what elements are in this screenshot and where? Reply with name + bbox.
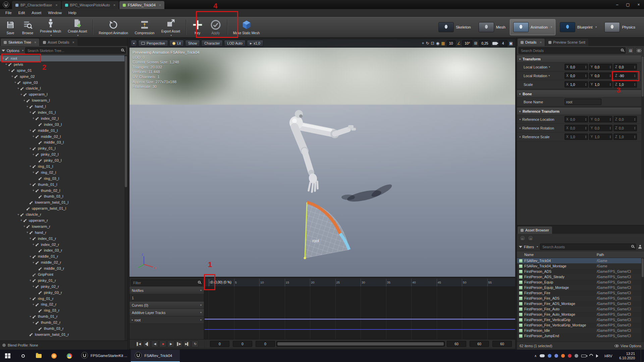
dropdown-caret-icon[interactable]: ▾ xyxy=(548,74,550,77)
expander-icon[interactable]: ▾ xyxy=(25,231,29,234)
maximize-viewport-icon[interactable]: ▣ xyxy=(509,41,513,46)
spinner-arrows[interactable]: ▴▾ xyxy=(610,65,611,68)
menu-window[interactable]: Window xyxy=(45,10,65,16)
expander-icon[interactable]: ▾ xyxy=(32,153,35,156)
spin-down-icon[interactable]: ▾ xyxy=(634,137,635,139)
taskbar-app-fpsgamestarterkit[interactable]: FPSGameStarterKit ... xyxy=(77,350,131,362)
spin-down-icon[interactable]: ▾ xyxy=(610,67,611,69)
timeline-row-root[interactable]: ▸root▾ xyxy=(129,316,204,324)
asset-row-firstperson-jumpend[interactable]: FirstPerson_JumpEnd/Game/FPS_Game/Cl xyxy=(517,333,644,339)
browse-button[interactable]: Browse xyxy=(19,17,37,37)
timeline-track-area[interactable] xyxy=(205,287,515,339)
spin-down-icon[interactable]: ▾ xyxy=(610,137,611,139)
toggle-loop-button[interactable]: ↻ xyxy=(192,341,199,347)
go-to-end-button[interactable]: ▶▌ xyxy=(183,341,191,347)
bone-row-index-03-r[interactable]: index_03_r xyxy=(0,248,124,254)
skeleton-search-input[interactable] xyxy=(25,47,126,54)
close-icon[interactable]: × xyxy=(34,40,36,44)
timeline-range-value[interactable]: 0 xyxy=(256,341,275,347)
spin-down-icon[interactable]: ▾ xyxy=(585,128,586,130)
panel-tab-asset-details[interactable]: Asset Details× xyxy=(40,39,77,46)
editor-tab-bp-characterbase[interactable]: BP_CharacterBase× xyxy=(12,1,61,9)
expander-icon[interactable]: ▸ xyxy=(520,135,521,138)
spin-down-icon[interactable]: ▾ xyxy=(634,76,635,77)
asset-row-firstperson-equip[interactable]: FirstPerson_Equip/Game/FPS_Game/Cl xyxy=(517,279,644,285)
details-tab-details[interactable]: Details× xyxy=(518,39,545,46)
mode-mesh-button[interactable]: Mesh xyxy=(475,19,509,35)
property-matrix-icon[interactable]: ▤ xyxy=(627,47,634,54)
menu-edit[interactable]: Edit xyxy=(15,10,29,16)
viewport-3d[interactable]: root z x ▾PerspectiveLitShowCharacterLOD… xyxy=(129,39,516,277)
tray-app-icon-red[interactable] xyxy=(568,354,572,358)
asset-row-firstperson-fire-verticalgrip[interactable]: FirstPerson_Fire_VerticalGrip/Game/FPS_G… xyxy=(517,317,644,322)
bone-row-middle-03-r[interactable]: middle_03_r xyxy=(0,265,124,271)
asset-row-fsarev-trick04[interactable]: FSARev_Trick04/Game xyxy=(517,258,644,263)
taskbar-app-fsarev-trick04[interactable]: FSARev_Trick04 xyxy=(131,350,180,362)
expander-icon[interactable]: ▾ xyxy=(22,225,26,228)
saved-searches-icon[interactable] xyxy=(638,245,642,249)
asset-row-firstperson-ads[interactable]: FirstPerson_ADS/Game/FPS_Game/Cl xyxy=(517,269,644,274)
expander-icon[interactable]: ▾ xyxy=(29,315,32,318)
mode-physics-button[interactable]: Physics xyxy=(601,19,639,35)
spinner-arrows[interactable]: ▴▾ xyxy=(634,135,635,138)
bone-row-pinky-01-l[interactable]: ▾pinky_01_l xyxy=(0,145,124,151)
spinner-arrows[interactable]: ▴▾ xyxy=(585,118,586,121)
expander-icon[interactable]: ▾ xyxy=(29,111,32,114)
bone-row-pinky-01-r[interactable]: ▾pinky_01_r xyxy=(0,277,124,283)
hidden-icons-chevron[interactable]: ∧ xyxy=(534,354,537,358)
dropdown-caret-icon[interactable]: ▾ xyxy=(200,318,202,321)
reference-transform-section-header[interactable]: ▾ Reference Transform xyxy=(517,108,644,115)
rotation-snap-value[interactable]: 10° xyxy=(462,40,472,46)
path-column-header[interactable]: Path xyxy=(597,253,644,257)
name-column-header[interactable]: Name xyxy=(517,253,597,257)
expander-icon[interactable]: ▾ xyxy=(32,117,35,120)
z-value-field[interactable]: Z1,0▴▾ xyxy=(613,81,637,88)
bone-row-clavicle-l[interactable]: ▾clavicle_l xyxy=(0,85,124,91)
onedrive-icon[interactable] xyxy=(540,354,545,357)
bone-row-middle-01-r[interactable]: ▾middle_01_r xyxy=(0,253,124,259)
bone-row-ring-03-l[interactable]: ring_03_l xyxy=(0,175,124,182)
dropdown-caret-icon[interactable]: ▾ xyxy=(200,304,202,307)
spin-down-icon[interactable]: ▾ xyxy=(585,119,586,121)
bone-row-lowerarm-r[interactable]: ▾lowerarm_r xyxy=(0,223,124,229)
bone-row-pelvis[interactable]: ▾pelvis xyxy=(0,61,124,67)
panel-tab-skeleton-tree[interactable]: Skeleton Tree× xyxy=(1,39,39,46)
expander-icon[interactable]: ▾ xyxy=(1,57,5,60)
scrollbar-thumb[interactable] xyxy=(642,258,644,277)
spin-down-icon[interactable]: ▾ xyxy=(610,128,611,130)
viewport-lod-auto-button[interactable]: LOD Auto xyxy=(224,40,246,47)
expander-icon[interactable]: ▾ xyxy=(19,93,23,96)
expander-icon[interactable]: ▾ xyxy=(29,279,32,282)
expander-icon[interactable]: ▾ xyxy=(4,63,8,66)
scrollbar-thumb[interactable] xyxy=(125,56,127,187)
scale-snap-value[interactable]: 0,25 xyxy=(479,40,490,46)
y-value-field[interactable]: Y0,0▴▾ xyxy=(589,125,612,131)
filters-button[interactable]: Filters ▾ xyxy=(519,245,538,249)
bone-row-spine-02[interactable]: ▾spine_02 xyxy=(0,73,124,80)
reimport-animation-button[interactable]: Reimport Animation xyxy=(95,17,131,37)
spinner-arrows[interactable]: ▴▾ xyxy=(585,65,586,68)
bone-row-thumb-01-r[interactable]: ▾thumb_01_r xyxy=(0,313,124,319)
expander-icon[interactable]: ▾ xyxy=(32,321,35,324)
chrome-button[interactable] xyxy=(62,350,77,362)
bone-row-lowerarm-twist-01-r[interactable]: lowerarm_twist_01_r xyxy=(0,331,124,338)
view-options-button[interactable]: View Options xyxy=(614,344,641,348)
asset-list-scrollbar[interactable] xyxy=(641,258,644,341)
spinner-arrows[interactable]: ▴▾ xyxy=(585,74,586,77)
bone-row-lowerarm-twist-01-l[interactable]: lowerarm_twist_01_l xyxy=(0,199,124,205)
expander-icon[interactable]: ▾ xyxy=(32,303,35,306)
play-reverse-button[interactable]: ◀ xyxy=(151,341,158,347)
bone-row-clavicle-r[interactable]: ▾clavicle_r xyxy=(0,211,124,217)
viewport-character-button[interactable]: Character xyxy=(201,40,223,47)
asset-browser-tab[interactable]: Asset Browser xyxy=(518,226,552,234)
bone-row-spine-03[interactable]: ▾spine_03 xyxy=(0,80,124,86)
viewport-show-button[interactable]: Show xyxy=(185,40,200,47)
scale-gizmo-icon[interactable]: ⊡ xyxy=(431,41,434,46)
spin-down-icon[interactable]: ▾ xyxy=(634,67,635,69)
menu-file[interactable]: File xyxy=(2,10,15,16)
x-value-field[interactable]: X0,0▴▾ xyxy=(565,125,588,131)
bone-row-index-01-l[interactable]: ▾index_01_l xyxy=(0,109,124,115)
spin-down-icon[interactable]: ▾ xyxy=(634,85,635,86)
expander-icon[interactable]: ▾ xyxy=(32,135,35,138)
bone-section-header[interactable]: ▾ Bone xyxy=(517,90,644,98)
